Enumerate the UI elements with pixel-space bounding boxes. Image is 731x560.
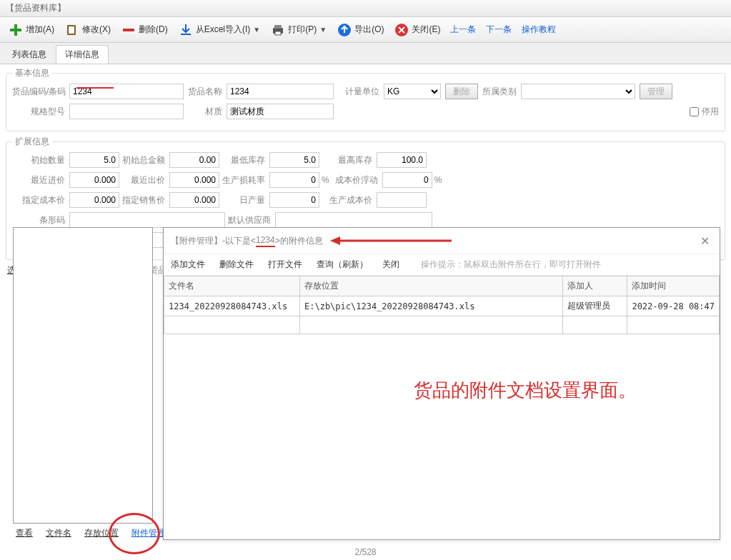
prod-cost-input[interactable] [377,192,427,208]
close-label: 关闭(E) [412,24,440,36]
bottom-tab-filename[interactable]: 文件名 [40,524,77,542]
image-preview-box [13,227,153,524]
code-label: 货品编码/条码 [12,86,69,98]
minus-icon [121,22,136,38]
category-select[interactable] [521,84,635,99]
table-row-empty[interactable] [164,316,720,334]
basic-legend: 基本信息 [12,67,52,79]
loss-label: 生产损耗率 [219,174,269,186]
tab-detail[interactable]: 详细信息 [56,45,109,64]
edit-icon [64,22,80,38]
tab-list[interactable]: 列表信息 [3,45,56,64]
name-input[interactable] [227,84,334,99]
prev-link[interactable]: 上一条 [446,24,480,36]
last-out-input[interactable] [169,172,219,188]
set-sale-label: 指定销售价 [119,194,169,206]
spec-input[interactable] [69,104,184,119]
print-button[interactable]: 打印(P)▼ [266,20,331,40]
pct-2: % [434,175,442,185]
attach-dialog: 【附件管理】-以下是< 1234 >的附件信息 ✕ 添加文件 删除文件 打开文件… [163,227,720,540]
tutorial-link[interactable]: 操作教程 [517,24,560,36]
cell-location: E:\zb\pic\1234_20220928084743.xls [300,296,563,316]
disabled-checkbox-label[interactable]: 停用 [690,106,719,118]
plus-icon [8,22,24,38]
spec-label: 规格型号 [12,106,69,118]
printer-icon [270,22,286,38]
table-row[interactable]: 1234_20220928084743.xls E:\zb\pic\1234_2… [164,296,720,316]
attach-toolbar: 添加文件 删除文件 打开文件 查询（刷新） 关闭 操作提示：鼠标双击附件所在行，… [164,254,720,276]
code-input[interactable] [69,84,184,99]
attach-table: 文件名 存放位置 添加人 添加时间 1234_20220928084743.xl… [164,276,720,334]
table-header-row: 文件名 存放位置 添加人 添加时间 [164,276,720,296]
attach-add-button[interactable]: 添加文件 [171,259,205,271]
manage-button[interactable]: 管理 [640,84,672,99]
barcode-input[interactable] [69,212,225,228]
modify-label: 修改(X) [82,24,111,36]
page-counter: 2/528 [354,547,376,557]
set-cost-label: 指定成本价 [12,194,69,206]
bottom-tab-view[interactable]: 查看 [10,524,39,542]
add-button[interactable]: 增加(A) [4,20,59,40]
max-stock-input[interactable] [377,152,427,168]
download-icon [178,22,194,38]
col-adder[interactable]: 添加人 [563,276,627,296]
next-link[interactable]: 下一条 [482,24,516,36]
attach-title: 【附件管理】-以下是< 1234 >的附件信息 ✕ [164,228,720,254]
init-amt-input[interactable] [169,152,219,168]
last-in-input[interactable] [69,172,119,188]
cost-float-input[interactable] [382,172,432,188]
supplier-input[interactable] [275,212,432,228]
set-sale-input[interactable] [169,192,219,208]
export-button[interactable]: 导出(O) [332,20,388,40]
attach-del-button[interactable]: 删除文件 [219,259,254,271]
min-stock-label: 最低库存 [219,154,269,166]
window-title: 【货品资料库】 [0,0,731,17]
col-time[interactable]: 添加时间 [627,276,720,296]
col-filename[interactable]: 文件名 [164,276,300,296]
last-in-label: 最近进价 [12,174,69,186]
unit-delete-button[interactable]: 删除 [445,84,478,99]
close-icon [394,22,409,38]
main-toolbar: 增加(A) 修改(X) 删除(D) 从Excel导入(I)▼ 打印(P)▼ 导出… [0,17,731,43]
init-qty-input[interactable] [69,152,119,168]
ext-legend: 扩展信息 [12,136,52,148]
cell-filename: 1234_20220928084743.xls [164,296,300,316]
col-location[interactable]: 存放位置 [300,276,563,296]
max-stock-label: 最高库存 [319,154,377,166]
min-stock-input[interactable] [269,152,319,168]
attach-close-text-button[interactable]: 关闭 [382,259,399,271]
cell-adder: 超级管理员 [563,296,627,316]
set-cost-input[interactable] [69,192,119,208]
unit-select[interactable]: KG [384,84,441,99]
prod-cost-label: 生产成本价 [319,194,377,206]
dropdown-icon: ▼ [319,26,327,34]
attach-title-prefix: 【附件管理】-以下是< [171,235,256,247]
import-button[interactable]: 从Excel导入(I)▼ [174,20,265,40]
print-label: 打印(P) [288,24,317,36]
daily-input[interactable] [269,192,319,208]
svg-rect-1 [10,29,21,31]
cell-time: 2022-09-28 08:47 [627,296,720,316]
disabled-checkbox[interactable] [690,107,699,116]
dropdown-icon: ▼ [253,26,260,34]
main-tabs: 列表信息 详细信息 [0,43,731,64]
attach-title-code: 1234 [256,235,275,247]
attach-query-button[interactable]: 查询（刷新） [317,259,368,271]
delete-button[interactable]: 删除(D) [116,20,172,40]
bottom-tab-location[interactable]: 存放位置 [79,524,124,542]
modify-button[interactable]: 修改(X) [60,20,115,40]
close-button[interactable]: 关闭(E) [389,20,444,40]
name-label: 货品名称 [184,86,227,98]
attach-close-button[interactable]: ✕ [697,234,712,248]
attach-open-button[interactable]: 打开文件 [268,259,302,271]
last-out-label: 最近出价 [119,174,169,186]
material-input[interactable] [227,104,334,119]
init-qty-label: 初始数量 [12,154,69,166]
cost-float-label: 成本价浮动 [335,174,382,186]
annotation-arrow-icon [330,234,452,248]
attach-title-suffix: >的附件信息 [275,235,323,247]
barcode-label: 条形码 [12,214,69,226]
unit-label: 计量单位 [334,86,384,98]
export-icon [337,22,352,38]
loss-input[interactable] [269,172,319,188]
